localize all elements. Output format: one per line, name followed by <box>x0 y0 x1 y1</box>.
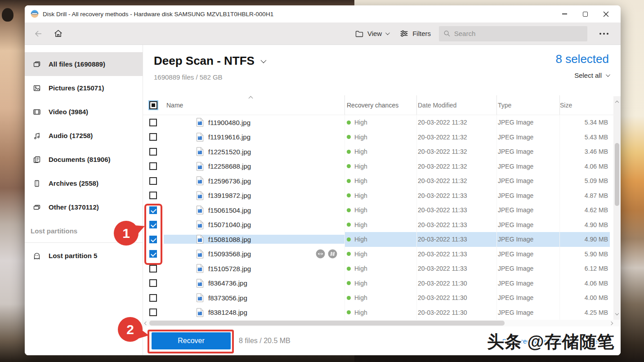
recovery-dot-icon <box>347 310 351 314</box>
column-header-type[interactable]: Type <box>496 95 559 115</box>
table-row[interactable]: f8364736.jpg High 20-03-2022 11:30 JPEG … <box>143 276 621 291</box>
recovery-dot-icon <box>347 252 351 256</box>
file-name: f15081088.jpg <box>208 236 251 243</box>
table-row[interactable]: f11919616.jpg High 20-03-2022 11:32 JPEG… <box>143 130 621 145</box>
home-button[interactable] <box>48 26 68 42</box>
file-name: f15071040.jpg <box>208 221 251 228</box>
vertical-scroll-thumb[interactable] <box>615 143 619 206</box>
table-row[interactable]: f13919872.jpg High 20-03-2022 11:33 JPEG… <box>143 188 621 203</box>
table-row[interactable]: f15105728.jpg High 20-03-2022 11:33 JPEG… <box>143 261 621 276</box>
row-checkbox[interactable] <box>149 119 157 126</box>
sidebar-item-audio[interactable]: Audio (17258) <box>25 124 143 147</box>
sidebar-item-archives[interactable]: Archives (2558) <box>25 171 143 195</box>
search-input[interactable] <box>454 30 583 37</box>
filters-button[interactable]: Filters <box>394 26 436 42</box>
jpeg-file-icon <box>196 293 204 302</box>
documents-icon <box>32 155 41 164</box>
column-header-date-modified[interactable]: Date Modified <box>416 95 496 115</box>
search-box[interactable] <box>439 26 587 41</box>
scroll-down-icon[interactable] <box>612 308 621 319</box>
sidebar-item-other[interactable]: Other (1370112) <box>25 195 143 219</box>
recovery-chance: High <box>354 163 367 170</box>
minimize-icon <box>562 13 567 14</box>
date-modified: 20-03-2022 11:33 <box>416 261 496 276</box>
row-checkbox[interactable] <box>149 133 157 141</box>
selected-count: 8 selected <box>555 52 609 66</box>
sidebar-item-video[interactable]: Video (3984) <box>25 100 143 124</box>
file-type: JPEG Image <box>496 290 559 305</box>
row-checkbox[interactable] <box>149 294 157 302</box>
date-modified: 20-03-2022 11:32 <box>416 115 496 130</box>
file-size: 4.87 MB <box>559 188 610 203</box>
horizontal-scroll-track[interactable] <box>148 320 610 326</box>
column-header-recovery-chances[interactable]: Recovery chances <box>344 95 416 115</box>
horizontal-scroll-thumb[interactable] <box>149 321 505 326</box>
table-row[interactable]: f11900480.jpg High 20-03-2022 11:32 JPEG… <box>143 115 621 130</box>
scroll-right-icon[interactable] <box>609 321 613 325</box>
sidebar-item-lost-partition-5[interactable]: Lost partition 5 <box>25 244 143 268</box>
filters-label: Filters <box>412 30 431 37</box>
annotation-step-2: 2 <box>118 317 143 342</box>
sidebar-item-label: Audio (17258) <box>49 132 93 139</box>
column-header-name[interactable]: Name <box>164 95 344 115</box>
audio-icon <box>32 131 41 140</box>
table-row[interactable]: f12258688.jpg High 20-03-2022 11:32 JPEG… <box>143 159 621 174</box>
row-checkbox[interactable] <box>149 162 157 170</box>
file-size: 4.06 MB <box>559 276 610 291</box>
vertical-scrollbar[interactable] <box>613 96 621 320</box>
file-type: JPEG Image <box>496 203 559 218</box>
sort-ascending-icon <box>249 96 253 101</box>
file-name: f15105728.jpg <box>208 265 251 273</box>
table-row[interactable]: f15061504.jpg High 20-03-2022 11:33 JPEG… <box>143 203 621 218</box>
select-all-dropdown[interactable]: Select all <box>555 72 609 79</box>
back-button[interactable] <box>28 26 48 42</box>
maximize-button[interactable] <box>575 6 595 22</box>
date-modified: 20-03-2022 11:32 <box>416 174 496 188</box>
table-row[interactable]: f12596736.jpg High 20-03-2022 11:32 JPEG… <box>143 174 621 188</box>
row-checkbox[interactable] <box>149 308 157 316</box>
scan-header: Deep Scan - NTFS 1690889 files / 582 GB … <box>143 45 621 95</box>
table-row[interactable]: f8381248.jpg High 20-03-2022 11:30 JPEG … <box>143 305 621 320</box>
date-modified: 20-03-2022 11:33 <box>416 188 496 203</box>
scan-title-row[interactable]: Deep Scan - NTFS <box>154 54 610 68</box>
row-checkbox[interactable] <box>149 177 157 185</box>
view-button[interactable]: View <box>349 26 394 42</box>
file-size: 4.62 MB <box>559 203 610 218</box>
date-modified: 20-03-2022 11:33 <box>416 218 496 232</box>
sidebar-item-documents[interactable]: Documents (81906) <box>25 147 143 171</box>
row-checkbox[interactable] <box>149 148 157 156</box>
table-row[interactable]: f15093568.jpg High 20-03-2022 11:33 JPEG… <box>143 247 621 262</box>
sidebar-item-label: Pictures (215071) <box>49 84 104 92</box>
hash-badge-icon[interactable] <box>328 249 337 259</box>
row-checkbox[interactable] <box>149 279 157 287</box>
scan-title: Deep Scan - NTFS <box>154 54 255 68</box>
recovery-dot-icon <box>347 267 351 271</box>
table-row[interactable]: f12251520.jpg High 20-03-2022 11:32 JPEG… <box>143 144 621 159</box>
horizontal-scrollbar[interactable] <box>143 320 621 326</box>
window-title: Disk Drill - All recovery methods - Hard… <box>43 11 273 18</box>
file-type: JPEG Image <box>496 159 559 174</box>
row-checkbox[interactable] <box>149 192 157 199</box>
select-all-checkbox[interactable] <box>149 101 157 109</box>
vertical-scroll-track[interactable] <box>613 106 621 310</box>
table-row[interactable]: f8373056.jpg High 20-03-2022 11:30 JPEG … <box>143 290 621 305</box>
sidebar-item-label: Archives (2558) <box>49 179 98 187</box>
column-header-size[interactable]: Size <box>559 95 610 115</box>
file-name: f8364736.jpg <box>208 279 247 287</box>
table-row[interactable]: f15081088.jpg High 20-03-2022 11:33 JPEG… <box>143 232 621 247</box>
more-options-button[interactable] <box>594 26 614 42</box>
minimize-button[interactable] <box>554 6 575 22</box>
preview-eye-icon[interactable] <box>316 249 325 259</box>
select-all-label: Select all <box>574 72 602 79</box>
table-row[interactable]: f15071040.jpg High 20-03-2022 11:33 JPEG… <box>143 218 621 232</box>
sidebar: All files (1690889) Pictures (215071) Vi… <box>25 45 143 355</box>
file-name: f12258688.jpg <box>208 162 251 170</box>
back-arrow-icon <box>34 29 43 38</box>
recovery-chance: High <box>354 309 367 316</box>
close-button[interactable] <box>595 6 616 22</box>
recovery-chance: High <box>354 221 367 228</box>
row-checkbox[interactable] <box>149 265 157 273</box>
sidebar-item-pictures[interactable]: Pictures (215071) <box>25 76 143 100</box>
jpeg-file-icon <box>196 206 204 215</box>
sidebar-item-all-files[interactable]: All files (1690889) <box>25 52 143 76</box>
